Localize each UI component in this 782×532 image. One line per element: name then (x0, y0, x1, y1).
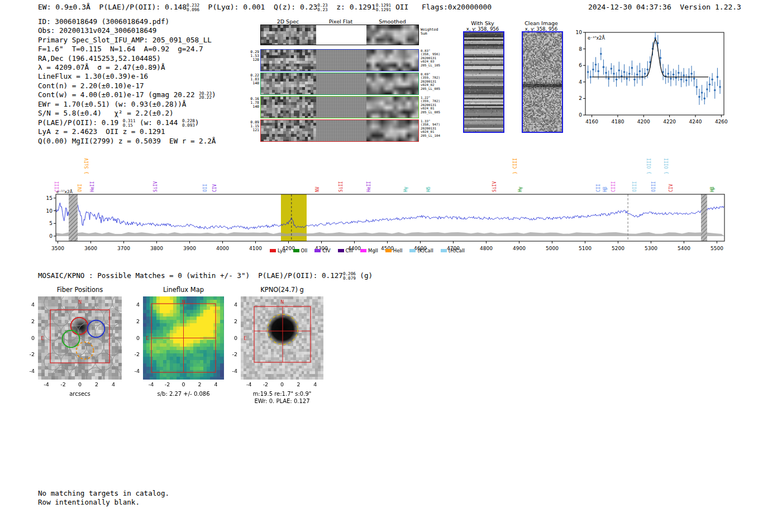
fiber-ytick: -4 (21, 368, 35, 374)
legend-item: OII (293, 248, 308, 253)
with-sky-image (464, 32, 503, 132)
svg-text:4100: 4100 (249, 246, 262, 251)
pixel-flat-image (316, 97, 366, 118)
info-line: Cont(w) = 4.00(±0.01)e-17 (gmag 20.22 20… (38, 90, 216, 100)
smoothed-image (366, 50, 419, 71)
legend-item: (H)CaII (441, 248, 465, 253)
lineflux-ytick: 0 (126, 335, 140, 341)
text-segment: λ = 4209.07Å σ = 2.47(±0.89)Å (38, 63, 165, 71)
lineflux-xtick: -2 (161, 381, 174, 387)
svg-text:CII: CII (596, 184, 601, 192)
svg-text:5100: 5100 (579, 246, 592, 251)
svg-text:N: N (182, 299, 185, 305)
legend-swatch (441, 249, 447, 252)
svg-text:0: 0 (579, 112, 582, 118)
cutout-row-weights: 0.22 1.83 140 (245, 74, 259, 86)
legend-swatch (409, 249, 416, 252)
cutout-row (260, 73, 419, 95)
kpno-ytick: 0 (224, 335, 237, 341)
text-segment: S/N = 5.8(±0.4) χ² = 2.2(±0.2) (38, 109, 174, 117)
svg-text:5400: 5400 (678, 246, 690, 251)
smoothed-image (366, 73, 419, 95)
svg-text:N: N (280, 299, 284, 305)
cutout-row-weights: 0.16 1.78 140 (245, 97, 259, 109)
info-line: Primary Spec_Slot_IFU_AMP: 205_091_058_L… (38, 36, 216, 45)
text-segment: (w: 0.144 (136, 118, 182, 127)
lineflux-map-title: Lineflux Map (143, 286, 224, 294)
legend-label: Lyα (278, 248, 286, 253)
kpno-ytick: 4 (224, 301, 237, 308)
legend-label: MgII (368, 248, 378, 253)
cutout-row (260, 49, 419, 71)
info-line: λ = 4209.07Å σ = 2.47(±0.89)Å (38, 63, 216, 72)
svg-text:CIII: CIII (55, 181, 60, 192)
svg-text:NV: NV (315, 186, 320, 192)
svg-text:HeII: HeII (90, 181, 95, 192)
svg-text:4800: 4800 (480, 246, 493, 251)
text-segment: P(Lyα): 0.001 Q(z): 0.23 (199, 3, 317, 11)
legend-swatch (385, 249, 392, 252)
kpno-xtick: -2 (259, 381, 272, 387)
svg-text:CIV: CIV (212, 184, 217, 192)
text-segment: F=1.6" T=0.115 N=1.64 A=0.92 g=24.7 (38, 45, 203, 53)
svg-text:OIII: OIII (632, 181, 637, 192)
lineflux-ytick: 2 (126, 318, 140, 324)
text-segment: Cont(w) = 4.00(±0.01)e-17 (gmag 20.22 (38, 90, 199, 99)
info-line: ID: 3006018649 (3006018649.pdf) (38, 17, 216, 26)
fiber-xtick: 2 (90, 381, 103, 387)
legend-label: CIV (322, 248, 330, 253)
col-header-2d-spec: 2D Spec (260, 18, 316, 25)
pixel-flat-image (316, 120, 366, 142)
smoothed-image (366, 25, 419, 45)
stacked-uncertainty: 0.2060.079 (343, 272, 356, 280)
clean-image (523, 32, 562, 132)
svg-text:15: 15 (46, 195, 53, 201)
legend-item: (K)CaII (409, 248, 433, 253)
svg-text:3800: 3800 (150, 246, 163, 251)
kpno-ytick: -2 (224, 351, 237, 357)
kpno-cutout-title: KPNO(24.7) g (241, 286, 323, 294)
cutout-row-weights: 0.29 1.53 120 (245, 50, 259, 63)
svg-text:6: 6 (579, 63, 582, 68)
info-line: RA,Dec (196.415253,52.104485) (38, 54, 216, 63)
svg-text:4260: 4260 (715, 119, 728, 124)
fiber-xlabel: arcsecs (38, 391, 122, 397)
svg-text:3700: 3700 (117, 246, 130, 251)
text-segment: Primary Spec_Slot_IFU_AMP: 205_091_058_L… (38, 36, 212, 44)
svg-text:3900: 3900 (183, 246, 196, 251)
svg-text:SiIV: SiIV (153, 181, 158, 192)
svg-text:5500: 5500 (711, 246, 723, 251)
line-fit-zoom-plot: 0246810416041804200422042404260e⁻¹⁷x2Å (570, 28, 732, 126)
stacked-uncertainty: 0.230.23 (317, 3, 327, 12)
cutout-row-info: 0.69" (359, 782) 20200131 v024_02 205_LL… (421, 73, 460, 90)
svg-text:} SiIV: } SiIV (84, 158, 89, 174)
svg-text:5: 5 (49, 221, 53, 226)
2d-spec-image (261, 97, 316, 118)
info-line: LyA z = 2.4623 OII z = 0.1291 (38, 127, 216, 136)
footer-no-match: No matching targets in catalog. (38, 489, 169, 499)
svg-text:} CIII: } CIII (513, 158, 518, 174)
fiber-positions-title: Fiber Positions (38, 286, 122, 294)
svg-text:3500: 3500 (51, 246, 64, 251)
detection-report-page: EW: 0.9±0.3Å P(LAE)/P(OII): 0.1480.2320.… (0, 0, 782, 532)
svg-text:4000: 4000 (216, 246, 229, 251)
svg-text:Hγ: Hγ (403, 186, 408, 192)
text-segment: z: 0.1291 (328, 3, 376, 11)
legend-label: (H)CaII (449, 248, 465, 253)
header-summary-line: EW: 0.9±0.3Å P(LAE)/P(OII): 0.1480.2320.… (38, 3, 492, 12)
kpno-xtick: -4 (242, 381, 256, 387)
svg-text:0: 0 (49, 233, 53, 239)
svg-text:5200: 5200 (612, 246, 624, 251)
detection-info-block: ID: 3006018649 (3006018649.pdf)Obs: 2020… (38, 17, 216, 146)
with-sky-image-frame (463, 31, 504, 133)
svg-text:2: 2 (579, 95, 582, 101)
text-segment: EWr = 1.70(±0.51) (w: 0.93(±0.28))Å (38, 100, 186, 108)
weighted-sum-row (260, 25, 419, 45)
text-segment: LineFlux = 1.30(±0.39)e-16 (38, 72, 148, 80)
fiber-ytick: 0 (21, 335, 35, 341)
text-segment: ) (212, 90, 216, 99)
info-line: LineFlux = 1.30(±0.39)e-16 (38, 72, 216, 81)
svg-text:4200: 4200 (637, 119, 650, 124)
2d-spec-image (261, 120, 316, 142)
fiber-xtick: -4 (40, 381, 53, 387)
